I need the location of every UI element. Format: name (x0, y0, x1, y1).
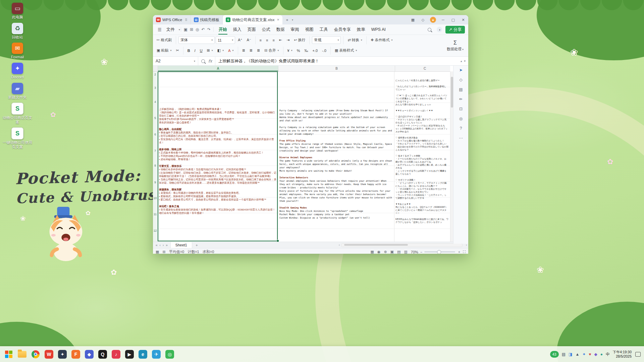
comma-format-icon[interactable]: ‰ (303, 48, 310, 53)
select-tool-icon[interactable]: ➤ (459, 68, 463, 72)
menu-tab-wps-ai[interactable]: WPS AI (368, 25, 389, 34)
layout-view-icon[interactable]: ▤ (397, 250, 400, 254)
tray-chevron-up-icon[interactable]: ▲ (575, 352, 579, 357)
desktop-icon-usage-copy-doc[interactable]: S一键动物公司使用页文案 (1, 127, 34, 149)
lens-tool-icon[interactable]: ◎ (459, 116, 463, 121)
redo-icon[interactable]: ↷ (207, 27, 211, 32)
accessibility-icon[interactable]: ⊞ (162, 250, 165, 254)
font-color-icon[interactable]: A▾ (226, 48, 235, 53)
reading-view-icon[interactable]: ◉ (377, 250, 381, 254)
theme-icon[interactable]: ◑ (437, 27, 442, 32)
font-shrink-button[interactable]: A⁻ (245, 37, 253, 43)
data-process-button[interactable]: Σ 数据处理▾ (445, 36, 466, 55)
menu-tab-data[interactable]: 数据 (273, 25, 288, 34)
format-painter-button[interactable]: ✏ 格式刷 (155, 37, 173, 43)
clock[interactable]: 下午4:19:30 28/5/2025 (613, 350, 632, 359)
decimal-decrease-icon[interactable]: -.0 (320, 48, 328, 53)
tray-tray-violet-icon[interactable]: ◆ (594, 352, 597, 357)
row-header-2[interactable]: 2 (153, 73, 157, 76)
zoom-cell-icon[interactable] (201, 59, 205, 63)
font-name-select[interactable]: 宋体▾ (178, 36, 215, 44)
assistant-icon[interactable]: ◇ (418, 15, 428, 24)
row-header-4[interactable]: 4 (153, 100, 157, 104)
file-chevron-icon[interactable]: ▾ (179, 28, 180, 31)
row-header-8[interactable]: 8 (153, 164, 157, 167)
desktop-icon-foxmail[interactable]: ✉Foxmail (1, 43, 34, 59)
tray-tray-blue-icon[interactable]: ✦ (582, 352, 586, 357)
menu-tab-insert[interactable]: 插入 (230, 25, 245, 34)
zoom-level[interactable]: 70% (411, 250, 418, 254)
fullwidth-view-icon[interactable]: ▥ (404, 250, 407, 254)
horizontal-scrollbar[interactable] (341, 243, 463, 247)
prev-sheet-icon[interactable]: ‹ (160, 243, 161, 247)
tray-input-lang-icon[interactable]: 中 (606, 352, 610, 357)
preview-icon[interactable]: ◎ (196, 27, 199, 32)
sheet-tab-sheet1[interactable]: Sheet1 (170, 242, 192, 248)
minimize-icon[interactable]: ─ (438, 15, 448, 24)
shape-tool-icon[interactable]: ◇ (459, 77, 462, 82)
underline-icon[interactable]: U (198, 48, 204, 53)
bold-icon[interactable]: B (186, 48, 192, 53)
formula-input[interactable]: 上班解压神器，《我的动物公司》免费试用版即将来袭！ (215, 58, 458, 64)
undo-icon[interactable]: ↶ (202, 27, 205, 32)
paste-button[interactable]: ▣ 粘贴▾ (155, 47, 173, 54)
convert-button[interactable]: ⇄ 转换▾ (346, 37, 364, 43)
window-tab-docer-template[interactable]: ▤找稿壳模板 (191, 15, 223, 24)
column-header-C[interactable]: C (395, 66, 455, 71)
indent-decrease-icon[interactable]: ⇤ (277, 37, 284, 43)
hscroll-left-icon[interactable]: ‹ (337, 243, 341, 247)
menu-tab-tools[interactable]: 工具 (317, 25, 331, 34)
align-center-icon[interactable]: ≣ (248, 48, 254, 53)
window-tab-store-copy[interactable]: S动物公司商店页文案.xlsx✕ (223, 15, 282, 24)
wrap-text-button[interactable]: ↩ 换行 (292, 37, 307, 43)
zoom-out-icon[interactable]: − (420, 250, 422, 254)
taskbar-app-app-black[interactable]: ▶ (124, 349, 135, 360)
align-right-icon[interactable]: ≣ (255, 48, 262, 53)
spreadsheet-grid[interactable]: 23456789101112 上班解压神器，《我的动物公司》免费试用版即将来袭！… (153, 71, 453, 242)
number-format-select[interactable]: 常规▾ (312, 36, 341, 44)
desktop-icon-recycle-bin[interactable]: ♻回收站 (1, 23, 34, 40)
avatar[interactable]: ● (430, 17, 436, 23)
menu-tab-member[interactable]: 会员专享 (331, 25, 354, 34)
font-grow-button[interactable]: A⁺ (236, 37, 244, 43)
print-icon[interactable]: ⊞ (190, 27, 193, 32)
unread-badge[interactable]: 43 (550, 351, 559, 358)
fill-color-icon[interactable]: ◧▾ (216, 48, 225, 53)
vertical-scrollbar-thumb[interactable] (451, 77, 453, 108)
help-icon[interactable]: ? (460, 126, 462, 131)
desktop-icon-new-folder[interactable]: ▰新建文件夹 (1, 83, 34, 100)
taskbar-app-chrome[interactable] (30, 349, 41, 360)
zoom-slider-thumb[interactable] (437, 250, 441, 254)
save-icon[interactable]: ▣ (184, 27, 187, 32)
row-header-3[interactable]: 3 (153, 86, 157, 89)
close-icon[interactable]: ✕ (458, 15, 468, 24)
row-header-5[interactable]: 5 (153, 116, 157, 120)
desktop-icon-this-pc[interactable]: ▭此电脑 (1, 3, 34, 19)
tab-close-icon[interactable]: ✕ (277, 18, 280, 21)
grid-view-icon[interactable]: ▦ (370, 250, 374, 254)
cut-icon[interactable]: ✂ (174, 48, 180, 53)
taskbar-app-app-dark[interactable]: ✦ (57, 349, 68, 360)
desktop-icon-discord[interactable]: ✦Discord (1, 63, 34, 79)
merge-cells-button[interactable]: ⊟ 合并▾ (263, 47, 280, 54)
row-header-9[interactable]: 9 (153, 181, 157, 184)
row-header-6[interactable]: 6 (153, 133, 157, 136)
horizontal-scrollbar-thumb[interactable] (344, 244, 408, 246)
borders-icon[interactable]: ⊞▾ (205, 48, 215, 53)
cell-c2-text[interactable]: にゃんにゃん！社畜さん必見の癒し放置ゲー「わたしのどうぶつカンパニー」無料体験版… (395, 79, 448, 242)
taskbar-app-qq[interactable]: Q (97, 349, 108, 360)
edit-tool-icon[interactable]: ✏ (459, 97, 463, 102)
taskbar-app-firefox[interactable]: F (70, 349, 81, 360)
italic-icon[interactable]: I (193, 48, 197, 53)
desktop-icon-store-copy-doc[interactable]: S动物公司商店页文案 (1, 103, 34, 124)
next-sheet-icon[interactable]: › (163, 243, 164, 247)
expand-down-icon[interactable]: ▾ (464, 59, 466, 63)
menu-file[interactable]: 文件 (164, 27, 177, 33)
align-bottom-icon[interactable]: ≡ (271, 38, 276, 43)
menu-tab-start[interactable]: 开始 (216, 25, 230, 34)
menu-tab-formula[interactable]: 公式 (259, 25, 273, 34)
name-box[interactable]: A2 ▾ (153, 57, 198, 65)
currency-format-icon[interactable]: ¥▾ (286, 48, 294, 53)
cell-b2-text[interactable]: Furry Company - relaxing simulation game… (279, 109, 393, 242)
taskbar-app-wps[interactable]: W (44, 349, 54, 360)
